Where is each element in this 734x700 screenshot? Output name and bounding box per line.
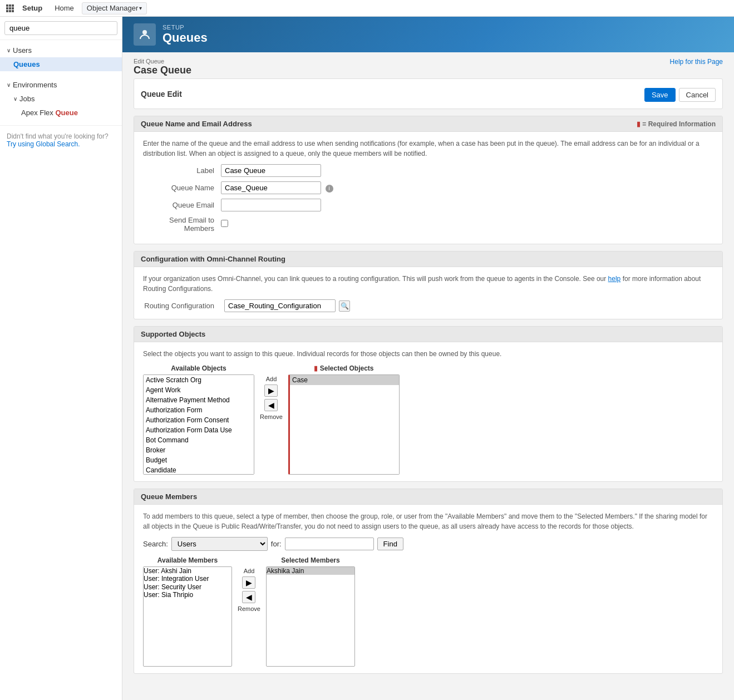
- sidebar-not-found: Didn't find what you're looking for? Try…: [0, 128, 122, 152]
- grid-icon[interactable]: [4, 3, 16, 14]
- objects-controls: Add ▶ ◀ Remove: [260, 364, 283, 420]
- sidebar-item-jobs[interactable]: ∨ Jobs: [0, 92, 122, 106]
- routing-config-input[interactable]: [224, 299, 336, 312]
- object-manager-dropdown[interactable]: Object Manager ▾: [82, 2, 147, 14]
- search-input[interactable]: [4, 21, 117, 35]
- search-for-input[interactable]: [285, 538, 374, 550]
- queue-members-body: To add members to this queue, select a t…: [134, 505, 722, 673]
- queue-email-input[interactable]: [221, 199, 321, 211]
- edit-queue-title-section: Edit Queue Case Queue: [134, 58, 191, 76]
- label-row: Label: [143, 164, 713, 177]
- queue-name-row: Queue Name i: [143, 181, 713, 194]
- page-header-text: SETUP Queues: [162, 24, 208, 45]
- members-controls: Add ▶ ◀ Remove: [238, 556, 260, 612]
- send-email-field: [221, 220, 228, 229]
- routing-label: Routing Configuration: [143, 302, 221, 310]
- queue-edit-toolbar: Save Cancel: [644, 83, 716, 104]
- sidebar-item-apex-flex-queue[interactable]: Apex Flex Queue: [0, 106, 122, 120]
- queue-email-field: [221, 199, 321, 211]
- svg-rect-2: [12, 4, 14, 7]
- routing-lookup-icon[interactable]: 🔍: [339, 300, 350, 312]
- help-link[interactable]: Help for this Page: [670, 58, 723, 66]
- sidebar-search-container: [0, 17, 122, 40]
- available-members-list[interactable]: User: Akshi JainUser: Integration UserUs…: [143, 566, 232, 667]
- queue-name-field-label: Queue Name: [143, 184, 221, 192]
- main-layout: ∨ Users Queues ∨ Environments ∨ Jobs Ape…: [0, 17, 734, 700]
- queue-email-row: Queue Email: [143, 199, 713, 211]
- edit-queue-header: Edit Queue Case Queue Help for this Page: [134, 52, 723, 78]
- queue-name-section-header: Queue Name and Email Address ▮ = Require…: [134, 116, 722, 132]
- svg-rect-7: [9, 10, 11, 12]
- label-input[interactable]: [221, 164, 321, 177]
- queue-members-description: To add members to this queue, select a t…: [143, 511, 713, 531]
- search-type-select[interactable]: Users Roles Groups Roles and Subordinate…: [171, 537, 268, 551]
- global-search-link[interactable]: Try using Global Search.: [7, 140, 80, 148]
- remove-member-button[interactable]: ◀: [242, 591, 255, 603]
- supported-objects-header: Supported Objects: [134, 327, 722, 342]
- svg-point-9: [142, 30, 147, 34]
- supported-objects-section: Supported Objects Select the objects you…: [134, 326, 723, 482]
- svg-rect-0: [6, 4, 8, 7]
- selected-members-label: Selected Members: [281, 556, 339, 564]
- add-object-button[interactable]: ▶: [264, 384, 278, 397]
- queue-name-section-body: Enter the name of the queue and the emai…: [134, 132, 722, 244]
- selected-members-container: Selected Members Akshika Jain: [266, 556, 355, 667]
- sidebar: ∨ Users Queues ∨ Environments ∨ Jobs Ape…: [0, 17, 122, 700]
- selected-members-list[interactable]: Akshika Jain: [266, 566, 355, 667]
- svg-rect-1: [9, 4, 11, 7]
- send-email-row: Send Email to Members: [143, 216, 713, 233]
- remove-label: Remove: [260, 413, 283, 420]
- home-tab[interactable]: Home: [49, 0, 80, 17]
- queue-edit-toolbar-section: Queue Edit Save Cancel: [134, 78, 723, 109]
- users-toggle-icon: ∨: [7, 47, 11, 53]
- available-members-container: Available Members User: Akshi JainUser: …: [143, 556, 232, 667]
- available-members-label: Available Members: [157, 556, 218, 564]
- environments-toggle-icon: ∨: [7, 82, 11, 88]
- routing-row: Routing Configuration 🔍: [143, 299, 713, 312]
- sidebar-users-section: ∨ Users Queues: [0, 40, 122, 75]
- members-remove-label: Remove: [238, 605, 260, 612]
- for-label: for:: [271, 540, 282, 548]
- sidebar-item-queues[interactable]: Queues: [0, 57, 122, 71]
- setup-label: SETUP: [162, 24, 208, 31]
- save-button[interactable]: Save: [644, 88, 676, 102]
- queue-name-input[interactable]: [221, 181, 321, 194]
- sidebar-item-environments[interactable]: ∨ Environments: [0, 78, 122, 92]
- top-nav: Setup Home Object Manager ▾: [0, 0, 734, 17]
- queue-name-description: Enter the name of the queue and the emai…: [143, 139, 713, 159]
- queue-edit-section-title: Queue Edit: [141, 90, 182, 98]
- sidebar-environments-section: ∨ Environments ∨ Jobs Apex Flex Queue: [0, 75, 122, 123]
- supported-objects-description: Select the objects you want to assign to…: [143, 349, 713, 359]
- cancel-button[interactable]: Cancel: [679, 88, 716, 102]
- svg-rect-8: [12, 10, 14, 12]
- edit-queue-label: Edit Queue: [134, 58, 191, 65]
- label-field-label: Label: [143, 166, 221, 175]
- svg-rect-3: [6, 7, 8, 9]
- svg-rect-6: [6, 10, 8, 12]
- content-area: SETUP Queues Edit Queue Case Queue Help …: [122, 17, 734, 700]
- omni-help-link[interactable]: help: [608, 275, 621, 283]
- add-member-button[interactable]: ▶: [242, 576, 255, 589]
- inner-content: Edit Queue Case Queue Help for this Page…: [122, 52, 734, 692]
- edit-queue-name: Case Queue: [134, 65, 191, 76]
- queue-name-section: Queue Name and Email Address ▮ = Require…: [134, 116, 723, 244]
- selected-objects-label: ▮ Selected Objects: [314, 364, 373, 372]
- queue-members-section: Queue Members To add members to this que…: [134, 489, 723, 674]
- selected-objects-list[interactable]: Case: [288, 374, 400, 475]
- page-header: SETUP Queues: [122, 17, 734, 52]
- sidebar-item-users[interactable]: ∨ Users: [0, 43, 122, 57]
- selected-objects-container: ▮ Selected Objects Case: [288, 364, 400, 475]
- queues-icon: [134, 23, 156, 46]
- send-email-checkbox[interactable]: [221, 220, 228, 227]
- svg-rect-5: [12, 7, 14, 9]
- available-objects-label: Available Objects: [171, 364, 226, 372]
- queue-email-label: Queue Email: [143, 201, 221, 209]
- send-email-label: Send Email to Members: [143, 216, 221, 233]
- find-button[interactable]: Find: [377, 538, 403, 550]
- setup-nav-label: Setup: [18, 4, 47, 12]
- objects-layout: Available Objects Active Scratch OrgAgen…: [143, 364, 713, 475]
- available-objects-list[interactable]: Active Scratch OrgAgent WorkAlternative …: [143, 374, 254, 475]
- remove-object-button[interactable]: ◀: [264, 399, 278, 411]
- info-icon[interactable]: i: [326, 185, 333, 193]
- routing-field: [224, 299, 336, 312]
